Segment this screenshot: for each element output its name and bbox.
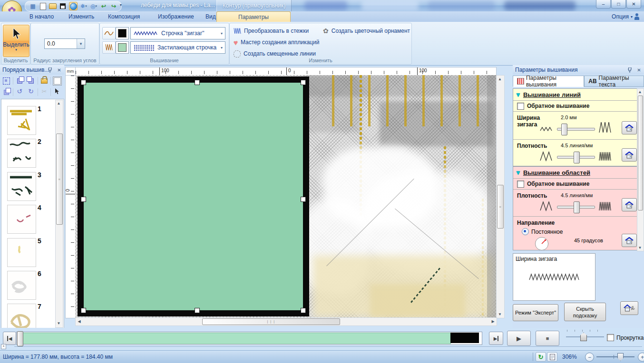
- panel-scrollbar[interactable]: ▲ ▼: [637, 88, 644, 251]
- hoop-frame-icon[interactable]: [52, 76, 62, 86]
- selection-handle-middle-left[interactable]: [81, 197, 86, 202]
- pointer-icon[interactable]: [52, 86, 62, 96]
- tab-sewing-attributes[interactable]: Параметры вышивания: [513, 76, 584, 87]
- region-reverse-row[interactable]: Обратное вышивание: [513, 179, 638, 190]
- list-item[interactable]: 7: [7, 304, 55, 329]
- direction-constant-radio[interactable]: Постоянное: [522, 228, 563, 235]
- reset-default-button[interactable]: [622, 198, 637, 211]
- refresh-icon[interactable]: ↻: [536, 352, 546, 362]
- speed-slider[interactable]: [566, 336, 604, 337]
- speed-thumb[interactable]: [580, 333, 587, 341]
- close-icon[interactable]: ✕: [635, 67, 643, 73]
- convert-to-stitches-item[interactable]: Преобразовать в стежки: [234, 26, 309, 36]
- lock-icon[interactable]: [39, 75, 49, 85]
- go-to-end-button[interactable]: ▶: [489, 332, 503, 345]
- fit-selection-icon[interactable]: [1, 76, 11, 86]
- scrollbar-thumb[interactable]: [638, 96, 643, 210]
- order-list-scrollbar[interactable]: ▲ ≡ ▼: [55, 100, 63, 328]
- play-button[interactable]: ▶: [507, 331, 531, 346]
- change-order-icon[interactable]: [1, 87, 11, 97]
- tab-image[interactable]: Изображение: [151, 11, 201, 22]
- zoom-out-button[interactable]: −: [585, 353, 594, 362]
- line-density-slider[interactable]: [557, 156, 595, 159]
- selection-handle-bottom-center[interactable]: [195, 308, 200, 313]
- selection-handle-middle-right[interactable]: [301, 197, 306, 202]
- reset-default-button[interactable]: [622, 234, 637, 247]
- zoom-slider[interactable]: [596, 356, 634, 357]
- slider-thumb[interactable]: [574, 152, 580, 163]
- minimize-button[interactable]: –: [596, 0, 611, 9]
- list-item[interactable]: 3: [7, 172, 55, 201]
- scrollbar-thumb[interactable]: ≡: [497, 185, 504, 229]
- list-item[interactable]: 5: [7, 238, 55, 267]
- window-menu-icon[interactable]: ▦: [29, 2, 37, 10]
- tab-text-attributes[interactable]: AB Параметры текста: [584, 76, 644, 87]
- checkbox[interactable]: [607, 334, 614, 341]
- slider-thumb[interactable]: [574, 201, 580, 213]
- app-logo-flower[interactable]: ✿: [2, 0, 22, 12]
- zoom-thumb[interactable]: [617, 353, 624, 361]
- open-folder-icon[interactable]: [49, 2, 57, 10]
- region-density-slider[interactable]: [557, 206, 595, 209]
- ring-tool-icon[interactable]: ◎▾: [90, 2, 98, 10]
- expander-plus-icon[interactable]: +: [1, 344, 6, 349]
- checkbox[interactable]: [517, 103, 524, 110]
- snowflake-tool-icon[interactable]: ❄▾: [80, 2, 88, 10]
- chevron-down-icon[interactable]: ▼: [77, 39, 85, 48]
- design-canvas[interactable]: [75, 75, 496, 317]
- region-sew-icon[interactable]: [102, 41, 116, 54]
- checkbox[interactable]: [517, 181, 524, 188]
- rotate-cw-icon[interactable]: ↻: [26, 86, 36, 96]
- list-item[interactable]: 6: [7, 271, 55, 299]
- scroll-up-icon[interactable]: ▲: [637, 89, 643, 95]
- realistic-view-icon[interactable]: [547, 352, 557, 362]
- selection-handle-top-right[interactable]: [301, 80, 306, 85]
- selection-handle-top-center[interactable]: [195, 80, 200, 85]
- canvas-horizontal-scrollbar[interactable]: ◀ ❘❘❘ ▶: [75, 317, 497, 326]
- scroll-right-icon[interactable]: ▶: [490, 318, 496, 325]
- scroll-down-icon[interactable]: ▼: [497, 311, 503, 317]
- close-icon[interactable]: ✕: [56, 67, 63, 73]
- scroll-down-icon[interactable]: ▼: [56, 320, 62, 326]
- hide-hint-button[interactable]: Скрыть подсказку: [564, 303, 606, 321]
- zigzag-width-slider[interactable]: [557, 128, 595, 131]
- new-document-icon[interactable]: [39, 2, 47, 10]
- document-tab[interactable]: Контур (прямоугольник): [216, 0, 292, 11]
- maximize-button[interactable]: □: [611, 0, 626, 9]
- stop-button[interactable]: ■: [536, 331, 559, 346]
- canvas-vertical-scrollbar[interactable]: ▲ ≡ ▼: [496, 75, 505, 318]
- scrollbar-thumb[interactable]: ❘❘❘: [202, 318, 340, 325]
- selection-handle-bottom-left[interactable]: [81, 308, 86, 313]
- scrollbar-thumb[interactable]: ≡: [56, 134, 63, 225]
- tab-home[interactable]: В начало: [23, 11, 60, 22]
- tab-composition[interactable]: Композиция: [101, 11, 146, 22]
- selection-handle-top-left[interactable]: [81, 80, 86, 85]
- bring-forward-icon[interactable]: [14, 76, 25, 86]
- reset-default-button[interactable]: [622, 121, 637, 134]
- pin-icon[interactable]: [47, 67, 54, 73]
- selected-rectangle[interactable]: [78, 76, 309, 316]
- person-icon[interactable]: [634, 13, 639, 20]
- scroll-up-icon[interactable]: ▲: [56, 100, 62, 106]
- applique-wizard-item[interactable]: ♥ Мастер создания аппликаций: [234, 38, 319, 47]
- expert-mode-button[interactable]: Режим "Эксперт": [513, 304, 558, 321]
- attribute-settings-button[interactable]: [620, 301, 638, 315]
- scroll-up-icon[interactable]: ▲: [497, 76, 503, 82]
- angle-dial[interactable]: [531, 237, 552, 251]
- send-backward-icon[interactable]: [26, 76, 36, 86]
- tab-parameters[interactable]: Параметры: [216, 11, 291, 22]
- slider-thumb[interactable]: [561, 124, 567, 135]
- region-color-swatch[interactable]: [116, 41, 129, 54]
- scroll-down-icon[interactable]: ▼: [637, 245, 643, 250]
- progress-thumb[interactable]: [17, 331, 23, 346]
- collapse-triangle-icon[interactable]: ▼: [515, 91, 521, 98]
- scroll-checkbox-row[interactable]: Прокрутка: [607, 334, 644, 341]
- zoom-in-button[interactable]: +: [638, 353, 644, 362]
- save-icon[interactable]: [59, 2, 67, 10]
- select-button[interactable]: Выделить ▾: [3, 25, 29, 57]
- rotate-ccw-icon[interactable]: ↺: [14, 86, 25, 96]
- reset-default-button[interactable]: [622, 148, 637, 162]
- qat-overflow-icon[interactable]: ▾: [120, 3, 122, 7]
- collapse-triangle-icon[interactable]: ▼: [515, 169, 521, 176]
- close-button[interactable]: ✕: [626, 0, 641, 9]
